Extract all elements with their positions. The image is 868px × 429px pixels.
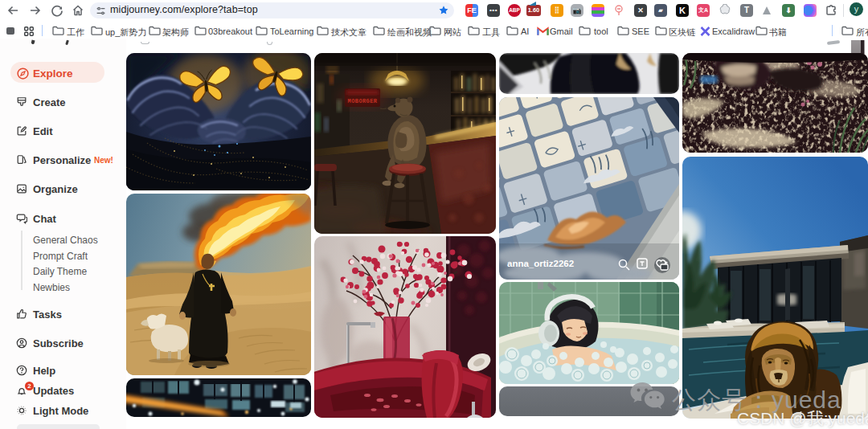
svg-text:anna_ortiz2262: anna_ortiz2262 — [507, 259, 574, 268]
